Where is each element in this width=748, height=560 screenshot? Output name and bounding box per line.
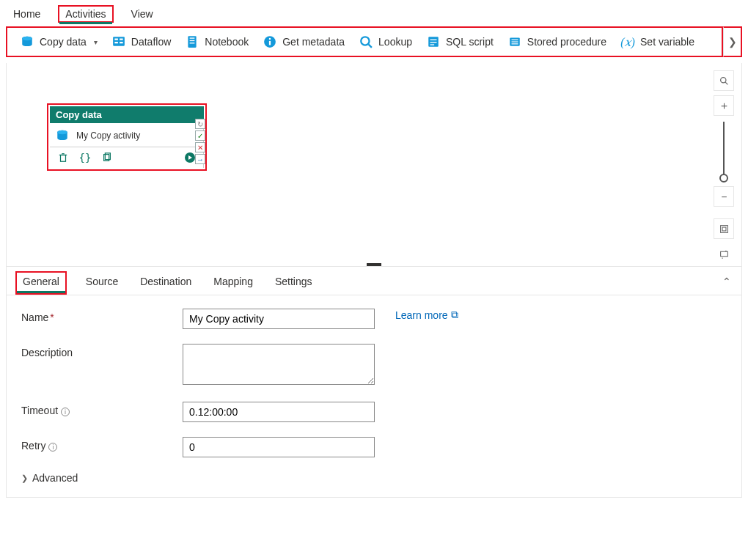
toolbar-notebook[interactable]: Notebook xyxy=(178,31,256,53)
svg-rect-21 xyxy=(511,40,518,40)
properties-panel: General Source Destination Mapping Setti… xyxy=(6,267,742,498)
description-label: Description xyxy=(21,344,183,358)
activity-card-highlight: Copy data My Copy activity ↻ ✓ ✕ → {} xyxy=(47,103,207,171)
info-icon xyxy=(263,35,276,48)
activity-card-name: My Copy activity xyxy=(76,130,140,141)
svg-point-32 xyxy=(720,77,725,82)
collapse-panel-button[interactable]: ⌃ xyxy=(722,276,731,287)
skip-status-icon[interactable]: → xyxy=(195,154,205,164)
advanced-toggle[interactable]: ❯ Advanced xyxy=(21,472,727,484)
general-form: Name* Learn more ⧉ Description Timeouti … xyxy=(7,295,741,497)
external-link-icon: ⧉ xyxy=(451,309,458,321)
name-label: Name* xyxy=(21,309,183,323)
toolbar-notebook-label: Notebook xyxy=(205,36,249,48)
sql-script-icon xyxy=(427,35,440,48)
toolbar-lookup-label: Lookup xyxy=(378,36,412,48)
zoom-controls: ＋ － xyxy=(714,70,734,264)
pipeline-canvas[interactable]: Copy data My Copy activity ↻ ✓ ✕ → {} xyxy=(6,63,742,267)
name-input[interactable] xyxy=(183,309,375,329)
svg-rect-26 xyxy=(61,155,66,162)
svg-rect-23 xyxy=(511,43,518,44)
zoom-out-button[interactable]: － xyxy=(714,186,734,207)
run-next-icon[interactable] xyxy=(184,152,196,163)
svg-rect-12 xyxy=(269,41,271,45)
svg-rect-19 xyxy=(430,44,435,45)
zoom-slider[interactable] xyxy=(723,122,725,180)
toolbar-set-variable-label: Set variable xyxy=(640,36,694,48)
panel-resize-handle[interactable] xyxy=(367,263,381,266)
learn-more-link[interactable]: Learn more ⧉ xyxy=(395,309,458,321)
svg-rect-18 xyxy=(430,42,437,43)
info-icon[interactable]: i xyxy=(61,408,70,416)
toolbar-copy-data-label: Copy data xyxy=(40,36,87,48)
svg-rect-35 xyxy=(722,227,726,231)
toolbar-sql-script-label: SQL script xyxy=(446,36,494,48)
toolbar-lookup[interactable]: Lookup xyxy=(352,31,419,53)
toolbar-overflow-next[interactable]: ❯ xyxy=(723,26,742,57)
svg-rect-3 xyxy=(114,39,118,40)
chevron-right-icon: ❯ xyxy=(728,36,737,48)
timeout-label: Timeouti xyxy=(21,402,183,416)
toolbar-dataflow-label: Dataflow xyxy=(131,36,171,48)
toolbar-stored-procedure[interactable]: Stored procedure xyxy=(501,31,614,53)
delete-icon[interactable] xyxy=(57,152,69,163)
canvas-search-button[interactable] xyxy=(714,70,734,91)
svg-rect-6 xyxy=(120,42,123,43)
timeout-input[interactable] xyxy=(183,402,375,422)
toolbar-copy-data[interactable]: Copy data ▾ xyxy=(13,31,105,53)
copy-data-activity-card[interactable]: Copy data My Copy activity ↻ ✓ ✕ → {} xyxy=(50,106,204,168)
toolbar-stored-procedure-label: Stored procedure xyxy=(527,36,606,48)
chevron-down-icon: ▾ xyxy=(94,38,98,46)
tab-source[interactable]: Source xyxy=(83,271,121,295)
toolbar-dataflow[interactable]: Dataflow xyxy=(105,31,178,53)
refresh-icon[interactable]: ↻ xyxy=(195,119,205,129)
tab-general[interactable]: General xyxy=(15,271,67,295)
svg-rect-8 xyxy=(190,37,195,38)
toolbar-set-variable[interactable]: (𝑥) Set variable xyxy=(614,31,702,53)
database-icon xyxy=(56,129,69,142)
search-icon xyxy=(359,35,373,48)
svg-rect-10 xyxy=(190,43,195,43)
copy-icon[interactable] xyxy=(101,152,113,163)
retry-label: Retryi xyxy=(21,437,183,452)
activities-toolbar-wrap: Copy data ▾ Dataflow Notebook Get metada… xyxy=(6,26,742,57)
tab-home[interactable]: Home xyxy=(9,5,45,23)
stored-procedure-icon xyxy=(508,35,521,48)
tab-destination[interactable]: Destination xyxy=(137,271,194,295)
zoom-fit-button[interactable] xyxy=(714,218,734,239)
tab-mapping[interactable]: Mapping xyxy=(210,271,256,295)
tab-view[interactable]: View xyxy=(127,5,158,23)
svg-line-15 xyxy=(368,44,372,48)
expand-panel-button[interactable] xyxy=(714,243,734,264)
svg-rect-36 xyxy=(720,251,727,257)
tab-activities[interactable]: Activities xyxy=(58,5,113,23)
svg-rect-4 xyxy=(120,39,123,40)
properties-tabs: General Source Destination Mapping Setti… xyxy=(7,267,741,295)
variable-icon: (𝑥) xyxy=(621,35,634,48)
top-tabs: Home Activities View xyxy=(0,0,748,25)
zoom-slider-handle[interactable] xyxy=(719,174,728,183)
svg-rect-5 xyxy=(114,42,118,43)
zoom-in-button[interactable]: ＋ xyxy=(714,95,734,116)
svg-rect-22 xyxy=(511,41,518,42)
chevron-right-icon: ❯ xyxy=(21,474,28,483)
dataflow-icon xyxy=(112,35,125,48)
toolbar-get-metadata[interactable]: Get metadata xyxy=(256,31,352,53)
notebook-icon xyxy=(186,35,199,48)
activity-status-column: ↻ ✓ ✕ → xyxy=(195,119,205,164)
description-input[interactable] xyxy=(183,344,375,385)
info-icon[interactable]: i xyxy=(48,443,57,452)
code-icon[interactable]: {} xyxy=(79,152,91,163)
toolbar-sql-script[interactable]: SQL script xyxy=(419,31,501,53)
success-status-icon[interactable]: ✓ xyxy=(195,130,205,141)
tab-settings[interactable]: Settings xyxy=(272,271,315,295)
activities-toolbar: Copy data ▾ Dataflow Notebook Get metada… xyxy=(6,26,723,57)
svg-rect-17 xyxy=(430,40,437,40)
database-icon xyxy=(21,35,34,48)
retry-input[interactable] xyxy=(183,437,375,457)
svg-point-1 xyxy=(22,37,32,40)
svg-rect-34 xyxy=(720,225,727,232)
svg-point-25 xyxy=(57,130,67,134)
svg-line-33 xyxy=(725,82,727,84)
fail-status-icon[interactable]: ✕ xyxy=(195,142,205,152)
